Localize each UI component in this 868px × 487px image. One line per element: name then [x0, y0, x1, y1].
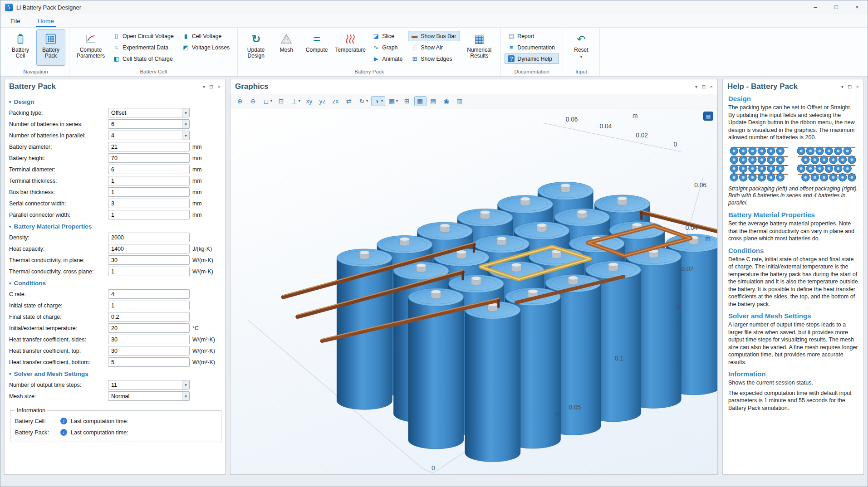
documentation-button[interactable]: ≡ Documentation [505, 42, 559, 53]
update-design-button[interactable]: ↻ Update Design [241, 29, 270, 66]
graph-button[interactable]: ∿ Graph [369, 42, 407, 53]
battery-pack-3d-scene[interactable]: 0.06 0.04 0.02 0 m 0.06 0.04 m 0.02 0 0.… [230, 108, 717, 474]
view-zx-icon[interactable]: zx [330, 96, 342, 106]
panel-float-icon[interactable]: ⊡ [701, 84, 706, 90]
rotate-view-icon[interactable]: ↻ ▾ [356, 96, 370, 106]
field[interactable]: 1 [108, 187, 190, 197]
field[interactable]: 1 [108, 267, 190, 276]
field[interactable]: 30 [108, 335, 190, 344]
section-header-material[interactable]: ▾ Battery Material Properties [9, 223, 222, 230]
field[interactable]: 1400 [108, 244, 190, 253]
scene-light-icon[interactable]: ◑ ▾ [371, 96, 385, 106]
tab-file[interactable]: File [9, 16, 22, 27]
print-icon[interactable]: ▥ [454, 96, 466, 106]
slice-button[interactable]: ◪ Slice [369, 31, 407, 41]
battery-pack-settings-panel: Battery Pack ▾ ⊡ × ▾ Design [4, 79, 226, 475]
field[interactable]: 30 [108, 255, 190, 265]
dynamic-help-button[interactable]: ? Dynamic Help [505, 54, 559, 64]
ribbon-group-navigation: Battery Cell Battery Pack Navigation [2, 28, 69, 76]
field[interactable]: 4 [108, 289, 190, 299]
field[interactable]: 1 [108, 301, 190, 310]
show-bus-bar-button[interactable]: ▬ Show Bus Bar [408, 31, 460, 41]
caret-icon: ▾ [396, 99, 398, 103]
go-to-default-view-icon[interactable]: ⊥ ▾ [289, 96, 303, 106]
maximize-button[interactable]: □ [826, 0, 847, 14]
numerical-results-button[interactable]: ▦ Numerical Results [461, 29, 497, 66]
show-grid-icon[interactable]: ▦ [414, 96, 427, 106]
mesh-button[interactable]: Mesh [272, 29, 301, 66]
field[interactable]: 20 [108, 323, 190, 333]
report-button[interactable]: ▤ Report [505, 31, 559, 41]
field[interactable]: 70 [108, 153, 190, 163]
information-text: Last computation time: [71, 418, 128, 424]
field-unit: W/(m·K) [192, 257, 213, 263]
field[interactable]: 1 [108, 210, 190, 219]
tab-home[interactable]: Home [36, 16, 56, 27]
chevron-down-icon[interactable]: ▾ [580, 54, 583, 59]
section-header-solver[interactable]: ▾ Solver and Mesh Settings [9, 370, 222, 377]
section-conditions: ▾ Conditions C rate: 4 [9, 280, 222, 367]
zoom-box-icon[interactable]: ◻ ▾ [260, 96, 275, 106]
field[interactable]: 6 ▾ [108, 119, 190, 129]
help-figure [728, 144, 858, 184]
reset-button[interactable]: ↶ Reset ▾ [567, 29, 596, 66]
battery-pack-button[interactable]: Battery Pack [36, 29, 65, 66]
field[interactable]: 30 [108, 346, 190, 356]
field[interactable]: Normal ▾ [108, 391, 190, 401]
cell-state-of-charge-button[interactable]: ◧ Cell State of Charge [110, 54, 178, 64]
field[interactable]: 2000 [108, 233, 190, 242]
animate-button[interactable]: ▶ Animate [369, 54, 407, 64]
field[interactable]: Offset ▾ [108, 108, 190, 117]
copy-image-icon[interactable]: ⊞ [401, 96, 413, 106]
panel-collapse-icon[interactable]: ▾ [695, 84, 698, 90]
view-yz-icon[interactable]: yz [317, 96, 329, 106]
panel-collapse-icon[interactable]: ▾ [841, 84, 844, 90]
panel-float-icon[interactable]: ⊡ [209, 84, 213, 90]
temperature-button[interactable]: Temperature [333, 29, 368, 66]
caret-icon: ▾ [366, 99, 368, 103]
section-header-conditions[interactable]: ▾ Conditions [9, 280, 222, 287]
show-bus-bar-icon: ▬ [411, 33, 418, 39]
minimize-button[interactable]: – [805, 0, 826, 14]
field-label: Heat capacity: [9, 246, 105, 252]
field[interactable]: 1 [108, 176, 190, 185]
dynamic-help-icon: ? [508, 55, 515, 62]
plot-settings-icon[interactable]: ▤ [427, 96, 440, 106]
field[interactable]: 4 ▾ [108, 131, 190, 140]
section-header-design[interactable]: ▾ Design [9, 98, 222, 105]
field[interactable]: 6 [108, 165, 190, 174]
field-value: 30 [111, 257, 118, 263]
image-snapshot-icon[interactable]: ◉ [441, 96, 453, 106]
close-button[interactable]: × [847, 0, 868, 14]
field[interactable]: 5 [108, 357, 190, 367]
panel-close-icon[interactable]: × [710, 84, 713, 90]
switch-view-icon[interactable]: ⇄ [343, 96, 355, 106]
zoom-out-icon[interactable]: ⊖ [247, 96, 260, 106]
view-options-icon[interactable]: ▦ ▾ [386, 96, 400, 106]
panel-collapse-icon[interactable]: ▾ [203, 84, 206, 90]
battery-cell-button[interactable]: Battery Cell [6, 29, 35, 66]
show-air-button[interactable]: ░ Show Air [408, 42, 460, 53]
panel-close-icon[interactable]: × [218, 84, 221, 90]
open-circuit-voltage-button[interactable]: ▯ Open Circuit Voltage [110, 31, 178, 41]
view-xy-icon[interactable]: xy [304, 96, 316, 106]
show-edges-button[interactable]: ⊞ Show Edges [408, 54, 460, 64]
graphics-canvas[interactable]: 0.06 0.04 0.02 0 m 0.06 0.04 m 0.02 0 0.… [230, 108, 717, 474]
panel-float-icon[interactable]: ⊡ [848, 84, 852, 90]
experimental-data-button[interactable]: ≈ Experimental Data [110, 42, 178, 53]
compute-button[interactable]: = Compute [302, 29, 331, 66]
field[interactable]: 3 [108, 199, 190, 208]
field[interactable]: 11 ▾ [108, 380, 190, 390]
zoom-in-icon[interactable]: ⊕ [234, 96, 246, 106]
panel-title: Help - Battery Pack [727, 82, 798, 91]
field[interactable]: 21 [108, 142, 190, 151]
zoom-extents-icon[interactable]: ⊡ [275, 96, 288, 106]
documentation-icon: ≡ [508, 44, 515, 51]
graphics-window-icon[interactable]: ▤ [704, 112, 713, 120]
help-text-information-1: Shows the current session status. [728, 379, 858, 387]
field[interactable]: 0.2 [108, 312, 190, 321]
voltage-losses-button[interactable]: ◩ Voltage Losses [179, 42, 234, 53]
compute-parameters-button[interactable]: Compute Parameters [73, 29, 108, 66]
panel-close-icon[interactable]: × [856, 84, 859, 90]
cell-voltage-button[interactable]: ▮ Cell Voltage [179, 31, 234, 41]
